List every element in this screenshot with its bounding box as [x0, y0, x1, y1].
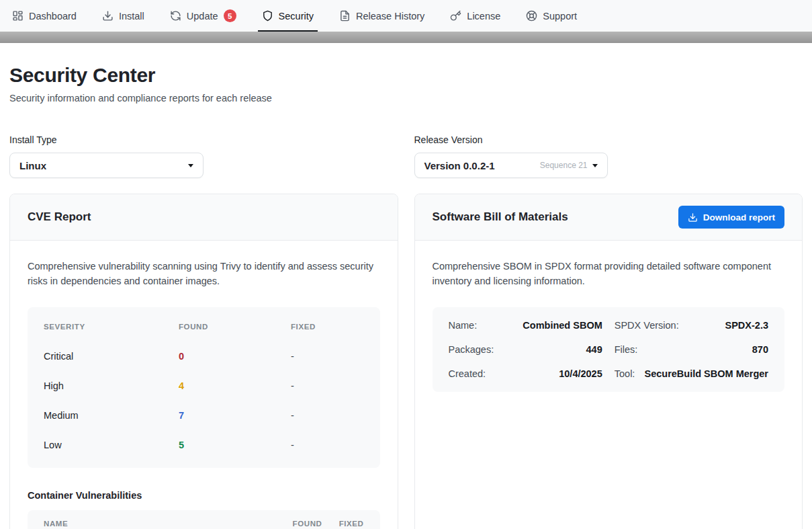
container-vulnerabilities-table-header: Name Found Fixed	[28, 510, 380, 529]
sbom-card-title: Software Bill of Materials	[433, 210, 568, 224]
chevron-down-icon	[188, 164, 193, 167]
nav-item-install[interactable]: Install	[102, 0, 144, 32]
found-count: 7	[179, 410, 291, 421]
table-row: Critical 0 -	[44, 341, 364, 371]
nav-label: License	[467, 11, 500, 22]
sequence-label: Sequence 21	[540, 161, 588, 170]
nav-label: Update	[187, 11, 218, 22]
info-value: 870	[752, 344, 768, 355]
cve-card-title: CVE Report	[28, 210, 91, 224]
nav-label: Release History	[356, 11, 424, 22]
update-count-badge: 5	[224, 9, 236, 22]
nav-label: Security	[279, 11, 314, 22]
chevron-down-icon	[592, 164, 598, 167]
file-text-icon	[339, 10, 351, 22]
nav-item-release-history[interactable]: Release History	[339, 0, 424, 32]
download-report-button[interactable]: Download report	[678, 206, 784, 229]
top-nav: Dashboard Install Update 5 Security Rele…	[0, 0, 812, 32]
install-type-label: Install Type	[9, 134, 398, 145]
column-header: Name	[44, 520, 265, 528]
column-header: Fixed	[291, 323, 364, 331]
nav-label: Dashboard	[29, 11, 77, 22]
download-report-label: Download report	[703, 212, 775, 222]
info-label: Packages:	[449, 344, 494, 355]
severity-table-header: Severity Found Fixed	[44, 323, 364, 341]
cve-description: Comprehensive vulnerability scanning usi…	[28, 259, 380, 289]
column-header: Found	[179, 323, 291, 331]
nav-item-support[interactable]: Support	[526, 0, 577, 32]
table-row: Medium 7 -	[44, 401, 364, 430]
scroll-shadow-band	[0, 32, 812, 43]
info-label: Created:	[449, 368, 486, 379]
sbom-info-row: Created: 10/4/2025	[449, 362, 602, 386]
sbom-info-row: Name: Combined SBOM	[449, 313, 602, 337]
cve-report-card: CVE Report Comprehensive vulnerability s…	[9, 194, 398, 529]
fixed-count: -	[291, 440, 364, 450]
column-header: Fixed	[322, 520, 364, 528]
release-version-label: Release Version	[414, 134, 803, 145]
release-version-select[interactable]: Version 0.0.2-1 Sequence 21	[414, 153, 608, 178]
column-header: Severity	[44, 323, 179, 331]
download-icon	[688, 212, 698, 222]
install-type-filter: Install Type Linux	[9, 134, 398, 178]
sbom-info-row: SPDX Version: SPDX-2.3	[615, 313, 768, 337]
shield-icon	[262, 10, 273, 22]
info-value: SecureBuild SBOM Merger	[644, 368, 768, 379]
info-label: Files:	[615, 344, 638, 355]
severity-label: Low	[44, 440, 179, 450]
nav-item-dashboard[interactable]: Dashboard	[12, 0, 77, 32]
container-vulnerabilities-title: Container Vulnerabilities	[28, 490, 380, 501]
install-type-value: Linux	[19, 160, 46, 171]
info-label: Name:	[449, 320, 478, 331]
fixed-count: -	[291, 380, 364, 391]
table-row: Low 5 -	[44, 430, 364, 460]
found-count: 0	[179, 351, 291, 362]
nav-label: Install	[119, 11, 144, 22]
severity-label: Medium	[44, 410, 179, 421]
fixed-count: -	[291, 351, 364, 362]
sbom-info-row: Tool: SecureBuild SBOM Merger	[615, 362, 768, 386]
key-icon	[450, 10, 461, 22]
sbom-info-row: Files: 870	[615, 337, 768, 362]
life-buoy-icon	[526, 10, 537, 22]
release-version-value: Version 0.0.2-1	[424, 160, 495, 171]
page-subtitle: Security information and compliance repo…	[9, 93, 803, 104]
install-type-select[interactable]: Linux	[9, 153, 204, 178]
info-label: SPDX Version:	[615, 320, 679, 331]
found-count: 5	[179, 440, 291, 450]
nav-item-update[interactable]: Update 5	[170, 0, 236, 32]
sbom-description: Comprehensive SBOM in SPDX format provid…	[433, 259, 785, 289]
severity-table: Severity Found Fixed Critical 0 - High 4…	[28, 307, 380, 468]
refresh-icon	[170, 10, 181, 22]
fixed-count: -	[291, 410, 364, 421]
table-row: High 4 -	[44, 371, 364, 401]
nav-item-security[interactable]: Security	[262, 0, 314, 32]
sbom-info-panel: Name: Combined SBOM SPDX Version: SPDX-2…	[433, 307, 785, 392]
info-value: 10/4/2025	[559, 368, 602, 379]
info-value: SPDX-2.3	[725, 320, 768, 331]
download-icon	[102, 10, 114, 22]
release-version-filter: Release Version Version 0.0.2-1 Sequence…	[414, 134, 803, 178]
sbom-card: Software Bill of Materials Download repo…	[414, 194, 803, 529]
dashboard-grid-icon	[12, 10, 24, 22]
info-label: Tool:	[615, 368, 635, 379]
sbom-info-row: Packages: 449	[449, 337, 602, 362]
nav-label: Support	[543, 11, 577, 22]
column-header: Found	[265, 520, 322, 528]
severity-label: High	[44, 380, 179, 391]
info-value: 449	[586, 344, 602, 355]
found-count: 4	[179, 380, 291, 391]
severity-label: Critical	[44, 351, 179, 362]
info-value: Combined SBOM	[523, 320, 602, 331]
nav-item-license[interactable]: License	[450, 0, 500, 32]
page-title: Security Center	[9, 64, 803, 87]
